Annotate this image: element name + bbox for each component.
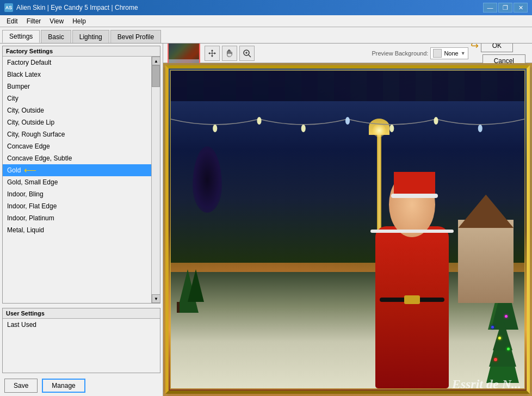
light-string-svg: [171, 116, 524, 138]
list-item-gold[interactable]: Gold⟵: [3, 164, 151, 176]
zoom-tool-button[interactable]: [239, 46, 255, 61]
settings-list-wrapper: Factory Default Black Latex Bumper City …: [3, 57, 160, 303]
watermark-text: Essrit de N...: [452, 377, 521, 392]
tab-settings[interactable]: Settings: [2, 30, 40, 43]
tab-basic[interactable]: Basic: [41, 30, 71, 43]
svg-point-6: [257, 117, 261, 125]
list-item-city-outside[interactable]: City, Outside: [3, 104, 151, 116]
svg-point-8: [345, 117, 350, 125]
preview-toolbar: Preview Background: None ▼ ↩ OK Cancel: [163, 44, 532, 63]
window-controls: — ❐ ✕: [483, 3, 528, 13]
title-bar: AS Alien Skin | Eye Candy 5 Impact | Chr…: [0, 0, 532, 15]
minimize-button[interactable]: —: [483, 3, 497, 13]
decorative-top-pattern: [171, 71, 524, 103]
svg-point-7: [301, 125, 306, 132]
christmas-tree-lit: [480, 222, 524, 388]
preview-image-wrapper: Essrit de N... 100%: [163, 63, 532, 396]
ok-pointer-icon: ↩: [471, 44, 479, 52]
user-settings-header: User Settings: [3, 308, 160, 319]
list-item-last-used[interactable]: Last Used: [3, 319, 160, 331]
list-item-indoor-flat-edge[interactable]: Indoor, Flat Edge: [3, 200, 151, 212]
list-item-city[interactable]: City: [3, 92, 151, 104]
tabs-row: Settings Basic Lighting Bevel Profile: [0, 27, 532, 44]
user-settings-container: User Settings Last Used: [2, 308, 160, 373]
list-item-indoor-bling[interactable]: Indoor, Bling: [3, 188, 151, 200]
zoom-icon: [243, 49, 251, 58]
svg-point-10: [434, 117, 438, 125]
main-content: Factory Settings Factory Default Black L…: [0, 44, 532, 396]
scroll-track[interactable]: [152, 65, 160, 294]
list-item-gold-small-edge[interactable]: Gold, Small Edge: [3, 176, 151, 188]
restore-button[interactable]: ❐: [498, 3, 512, 13]
svg-point-11: [478, 125, 482, 132]
factory-settings-header: Factory Settings: [3, 46, 160, 57]
tab-lighting[interactable]: Lighting: [72, 30, 109, 43]
close-button[interactable]: ✕: [514, 3, 528, 13]
list-item-bumper[interactable]: Bumper: [3, 81, 151, 92]
scroll-thumb[interactable]: [152, 65, 160, 87]
left-panel: Factory Settings Factory Default Black L…: [0, 44, 163, 396]
svg-point-9: [389, 125, 394, 132]
menu-edit[interactable]: Edit: [2, 15, 22, 27]
menu-view[interactable]: View: [45, 15, 68, 27]
list-item-factory-default[interactable]: Factory Default: [3, 57, 151, 69]
svg-point-5: [213, 125, 217, 132]
menu-filter[interactable]: Filter: [22, 15, 46, 27]
settings-list[interactable]: Factory Default Black Latex Bumper City …: [3, 57, 151, 303]
scroll-down-button[interactable]: ▼: [152, 294, 160, 303]
user-settings-list[interactable]: Last Used: [3, 319, 160, 373]
preview-image: Essrit de N...: [163, 63, 532, 396]
list-item-concave-subtle[interactable]: Concave Edge, Subtle: [3, 152, 151, 164]
save-button[interactable]: Save: [4, 379, 38, 393]
bottom-buttons: Save Manage: [0, 375, 163, 396]
pan-tool-button[interactable]: [222, 46, 237, 61]
move-tool-button[interactable]: [205, 46, 220, 61]
tab-bevel-profile[interactable]: Bevel Profile: [110, 30, 161, 43]
settings-scrollbar[interactable]: ▲ ▼: [151, 57, 160, 303]
preview-bg-color-swatch: [433, 49, 442, 58]
factory-settings-container: Factory Settings Factory Default Black L…: [2, 46, 160, 304]
scroll-up-button[interactable]: ▲: [152, 57, 160, 65]
light-string: [171, 116, 524, 138]
dropdown-arrow-icon: ▼: [461, 51, 466, 56]
menu-help[interactable]: Help: [68, 15, 90, 27]
hand-icon: [225, 49, 234, 58]
right-panel: Preview Background: None ▼ ↩ OK Cancel: [163, 44, 532, 396]
preview-bg-value: None: [444, 50, 458, 57]
santa-figure: [366, 172, 459, 388]
menu-bar: Edit Filter View Help: [0, 15, 532, 27]
list-item-indoor-platinum[interactable]: Indoor, Platinum: [3, 212, 151, 224]
svg-line-2: [249, 55, 251, 57]
window-title: Alien Skin | Eye Candy 5 Impact | Chrome: [16, 4, 138, 11]
list-item-city-rough-surface[interactable]: City, Rough Surface: [3, 128, 151, 140]
preview-bg-select[interactable]: None ▼: [430, 47, 468, 59]
move-icon: [208, 49, 216, 58]
list-item-black-latex[interactable]: Black Latex: [3, 69, 151, 81]
app-icon: AS: [4, 3, 13, 12]
list-item-metal-liquid[interactable]: Metal, Liquid: [3, 224, 151, 236]
ok-button[interactable]: OK: [481, 44, 513, 52]
preview-bg-label: Preview Background:: [372, 50, 428, 57]
manage-button[interactable]: Manage: [42, 379, 85, 393]
list-item-concave-edge[interactable]: Concave Edge: [3, 140, 151, 152]
list-item-city-outside-lip[interactable]: City, Outside Lip: [3, 116, 151, 128]
